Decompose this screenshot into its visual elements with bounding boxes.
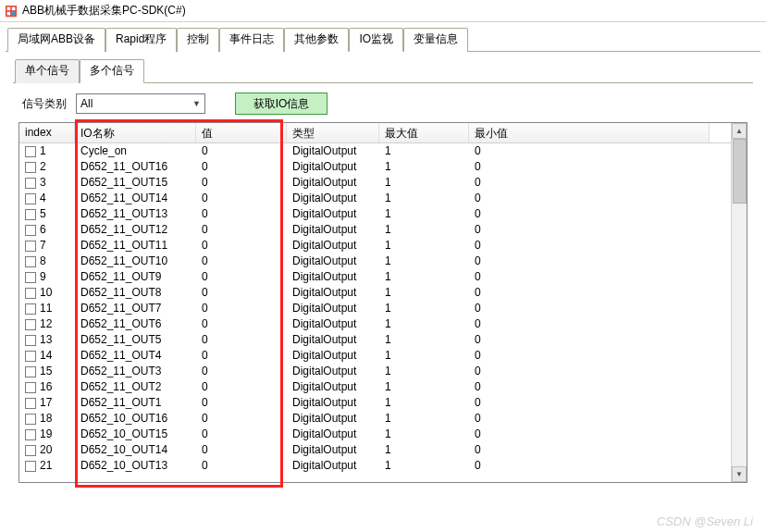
table-row[interactable]: 2D652_11_OUT160DigitalOutput10 <box>19 159 747 175</box>
cell-max: 1 <box>379 411 469 427</box>
row-checkbox[interactable] <box>25 429 36 440</box>
col-header-max[interactable]: 最大值 <box>379 123 469 142</box>
main-tab-3[interactable]: 事件日志 <box>219 28 284 52</box>
sub-tab-1[interactable]: 多个信号 <box>80 59 144 83</box>
cell-max: 1 <box>379 222 469 238</box>
main-tab-4[interactable]: 其他参数 <box>284 28 349 52</box>
cell-name: D652_11_OUT6 <box>75 316 196 332</box>
cell-min: 0 <box>469 143 710 159</box>
row-checkbox[interactable] <box>25 193 36 204</box>
signal-category-select[interactable]: All ▼ <box>76 93 205 114</box>
row-checkbox[interactable] <box>25 335 36 346</box>
cell-type: DigitalOutput <box>287 316 379 332</box>
table-row[interactable]: 1Cycle_on0DigitalOutput10 <box>19 143 747 159</box>
table-row[interactable]: 9D652_11_OUT90DigitalOutput10 <box>19 269 747 285</box>
table-row[interactable]: 11D652_11_OUT70DigitalOutput10 <box>19 301 747 316</box>
col-header-name[interactable]: IO名称 <box>75 123 196 142</box>
table-row[interactable]: 5D652_11_OUT130DigitalOutput10 <box>19 206 747 222</box>
cell-min: 0 <box>469 364 710 379</box>
row-checkbox[interactable] <box>25 288 36 299</box>
sub-tab-0[interactable]: 单个信号 <box>15 59 80 83</box>
cell-name: D652_11_OUT2 <box>75 379 196 395</box>
table-row[interactable]: 18D652_10_OUT160DigitalOutput10 <box>19 411 747 427</box>
table-row[interactable]: 19D652_10_OUT150DigitalOutput10 <box>19 427 747 442</box>
col-header-type[interactable]: 类型 <box>287 123 379 142</box>
main-tab-2[interactable]: 控制 <box>177 28 219 52</box>
col-header-value[interactable]: 值 <box>196 123 287 142</box>
row-checkbox[interactable] <box>25 461 36 472</box>
window-title: ABB机械手数据采集PC-SDK(C#) <box>22 3 186 19</box>
table-row[interactable]: 7D652_11_OUT110DigitalOutput10 <box>19 238 747 254</box>
cell-value: 0 <box>196 332 287 348</box>
scroll-up-icon[interactable]: ▲ <box>732 123 747 139</box>
main-tab-6[interactable]: 变量信息 <box>403 28 468 52</box>
row-checkbox[interactable] <box>25 241 36 252</box>
table-row[interactable]: 21D652_10_OUT130DigitalOutput10 <box>19 458 747 474</box>
cell-min: 0 <box>469 301 710 316</box>
table-row[interactable]: 16D652_11_OUT20DigitalOutput10 <box>19 379 747 395</box>
table-row[interactable]: 10D652_11_OUT80DigitalOutput10 <box>19 285 747 301</box>
signal-category-label: 信号类别 <box>22 96 67 112</box>
row-checkbox[interactable] <box>25 319 36 330</box>
cell-index: 5 <box>19 206 75 222</box>
col-header-index[interactable]: index <box>19 123 75 142</box>
row-checkbox[interactable] <box>25 398 36 409</box>
cell-max: 1 <box>379 379 469 395</box>
cell-value: 0 <box>196 206 287 222</box>
cell-min: 0 <box>469 222 710 238</box>
vertical-scrollbar[interactable]: ▲ ▼ <box>731 123 747 482</box>
cell-max: 1 <box>379 301 469 316</box>
table-row[interactable]: 8D652_11_OUT100DigitalOutput10 <box>19 254 747 269</box>
table-row[interactable]: 4D652_11_OUT140DigitalOutput10 <box>19 191 747 206</box>
row-checkbox[interactable] <box>25 162 36 173</box>
row-checkbox[interactable] <box>25 303 36 315</box>
row-checkbox[interactable] <box>25 146 36 157</box>
table-row[interactable]: 12D652_11_OUT60DigitalOutput10 <box>19 316 747 332</box>
cell-index: 11 <box>19 301 75 316</box>
main-tab-5[interactable]: IO监视 <box>349 28 403 52</box>
cell-type: DigitalOutput <box>287 238 379 254</box>
table-row[interactable]: 6D652_11_OUT120DigitalOutput10 <box>19 222 747 238</box>
row-checkbox[interactable] <box>25 178 36 189</box>
listview-body: 1Cycle_on0DigitalOutput102D652_11_OUT160… <box>19 143 747 482</box>
watermark-text: CSDN @Seven Li <box>657 514 753 528</box>
cell-value: 0 <box>196 427 287 442</box>
cell-name: D652_10_OUT14 <box>75 442 196 458</box>
cell-index: 15 <box>19 364 75 379</box>
cell-name: D652_11_OUT4 <box>75 348 196 364</box>
table-row[interactable]: 15D652_11_OUT30DigitalOutput10 <box>19 364 747 379</box>
table-row[interactable]: 3D652_11_OUT150DigitalOutput10 <box>19 175 747 191</box>
row-checkbox[interactable] <box>25 351 36 362</box>
main-tab-1[interactable]: Rapid程序 <box>105 28 177 52</box>
titlebar: ABB机械手数据采集PC-SDK(C#) <box>0 0 766 22</box>
row-checkbox[interactable] <box>25 272 36 283</box>
cell-index: 21 <box>19 458 75 474</box>
table-row[interactable]: 17D652_11_OUT10DigitalOutput10 <box>19 395 747 411</box>
cell-type: DigitalOutput <box>287 442 379 458</box>
row-checkbox[interactable] <box>25 256 36 267</box>
table-row[interactable]: 13D652_11_OUT50DigitalOutput10 <box>19 332 747 348</box>
row-checkbox[interactable] <box>25 225 36 236</box>
scroll-down-icon[interactable]: ▼ <box>732 466 747 482</box>
row-checkbox[interactable] <box>25 414 36 425</box>
cell-index: 10 <box>19 285 75 301</box>
cell-value: 0 <box>196 442 287 458</box>
get-io-info-button[interactable]: 获取IO信息 <box>235 93 327 115</box>
cell-min: 0 <box>469 254 710 269</box>
sub-tabstrip: 单个信号多个信号 <box>13 59 753 83</box>
cell-name: D652_11_OUT13 <box>75 206 196 222</box>
row-checkbox[interactable] <box>25 445 36 456</box>
row-checkbox[interactable] <box>25 382 36 393</box>
row-checkbox[interactable] <box>25 366 36 377</box>
filter-row: 信号类别 All ▼ 获取IO信息 <box>0 83 766 122</box>
table-row[interactable]: 20D652_10_OUT140DigitalOutput10 <box>19 442 747 458</box>
col-header-min[interactable]: 最小值 <box>469 123 710 142</box>
cell-type: DigitalOutput <box>287 143 379 159</box>
io-listview[interactable]: index IO名称 值 类型 最大值 最小值 1Cycle_on0Digita… <box>19 123 747 482</box>
scroll-thumb[interactable] <box>733 139 747 204</box>
app-icon <box>4 4 19 19</box>
cell-type: DigitalOutput <box>287 364 379 379</box>
row-checkbox[interactable] <box>25 209 36 220</box>
table-row[interactable]: 14D652_11_OUT40DigitalOutput10 <box>19 348 747 364</box>
main-tab-0[interactable]: 局域网ABB设备 <box>7 28 105 52</box>
